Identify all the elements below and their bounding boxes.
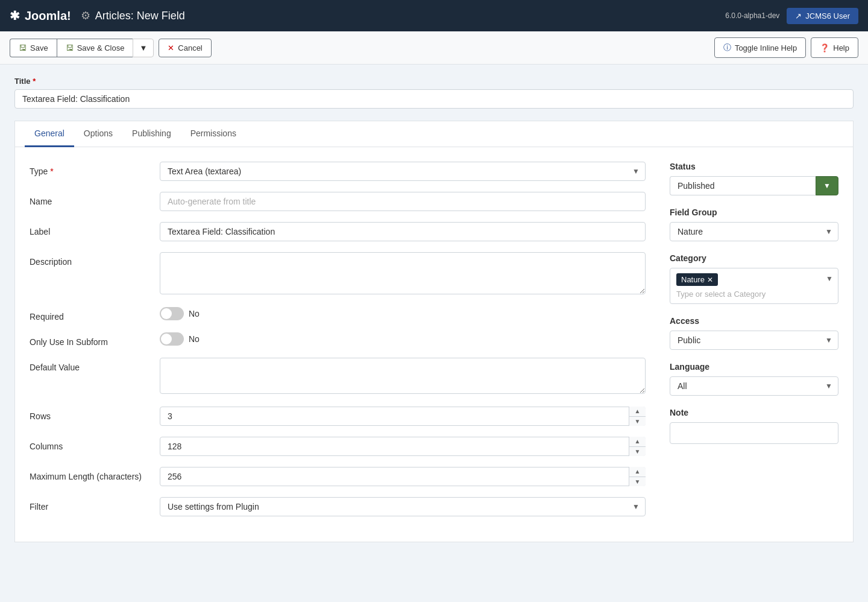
required-no-label: No: [189, 309, 200, 318]
user-menu-button[interactable]: ↗ JCMS6 User: [787, 8, 858, 24]
title-input[interactable]: [14, 89, 854, 109]
required-field: No: [160, 307, 646, 320]
name-input[interactable]: [160, 192, 646, 211]
only-subform-toggle[interactable]: [160, 332, 184, 346]
save-close-button[interactable]: 🖫 Save & Close: [57, 39, 133, 57]
rows-input[interactable]: [160, 407, 646, 426]
field-row-filter: Filter Use settings from Plugin Raw Inte…: [30, 497, 646, 516]
category-box: Nature ✕ Type or select a Category ▼: [670, 268, 838, 304]
form-left: Type * Text Area (textarea) Text Number …: [30, 162, 646, 527]
tab-general[interactable]: General: [25, 121, 74, 147]
cancel-button[interactable]: ✕ Cancel: [159, 39, 211, 57]
joomla-brand-text: Joomla!: [25, 9, 71, 23]
category-placeholder: Type or select a Category: [676, 290, 832, 299]
field-row-type: Type * Text Area (textarea) Text Number …: [30, 162, 646, 181]
title-label: Title *: [14, 77, 854, 86]
type-label: Type *: [30, 162, 150, 176]
type-required-marker: *: [50, 166, 53, 176]
save-icon: 🖫: [19, 43, 27, 52]
category-section: Category Nature ✕ Type or select a Categ…: [670, 253, 838, 304]
columns-up-arrow[interactable]: ▲: [629, 437, 646, 447]
rows-up-arrow[interactable]: ▲: [629, 407, 646, 417]
field-row-name: Name: [30, 192, 646, 211]
description-textarea[interactable]: [160, 252, 646, 294]
rows-down-arrow[interactable]: ▼: [629, 417, 646, 426]
columns-down-arrow[interactable]: ▼: [629, 447, 646, 457]
category-dropdown-icon: ▼: [826, 274, 833, 283]
filter-select-wrapper: Use settings from Plugin Raw Integer Str…: [160, 497, 646, 516]
rows-field: ▲ ▼: [160, 407, 646, 426]
tab-options[interactable]: Options: [74, 121, 122, 147]
field-row-description: Description: [30, 252, 646, 296]
puzzle-icon: ⚙: [81, 9, 90, 22]
columns-arrows: ▲ ▼: [629, 437, 646, 456]
default-value-field: [160, 358, 646, 396]
tabs-bar: General Options Publishing Permissions: [14, 121, 854, 147]
status-dropdown-button[interactable]: ▼: [816, 176, 838, 195]
access-label: Access: [670, 316, 838, 326]
status-input[interactable]: [670, 176, 816, 195]
save-dropdown-button[interactable]: ▼: [133, 39, 154, 57]
save-button[interactable]: 🖫 Save: [10, 39, 57, 57]
toolbar: 🖫 Save 🖫 Save & Close ▼ ✕ Cancel ⓘ Toggl…: [0, 31, 868, 65]
note-section: Note: [670, 408, 838, 444]
field-row-columns: Columns ▲ ▼: [30, 437, 646, 456]
language-select-wrapper: All English ▼: [670, 376, 838, 396]
status-dropdown-icon: ▼: [823, 182, 831, 190]
field-row-label: Label: [30, 222, 646, 241]
only-subform-field: No: [160, 332, 646, 346]
required-toggle-wrapper: No: [160, 307, 646, 320]
field-row-only-subform: Only Use In Subform No: [30, 332, 646, 347]
save-close-icon: 🖫: [66, 43, 74, 52]
language-select[interactable]: All English: [670, 376, 838, 396]
main-content: Title * General Options Publishing Permi…: [0, 65, 868, 554]
max-length-number-wrapper: ▲ ▼: [160, 467, 646, 486]
filter-field: Use settings from Plugin Raw Integer Str…: [160, 497, 646, 516]
only-subform-toggle-wrapper: No: [160, 332, 646, 346]
field-group-select[interactable]: Nature: [670, 222, 838, 241]
type-select-wrapper: Text Area (textarea) Text Number Email U…: [160, 162, 646, 181]
status-select-wrapper: ▼: [670, 176, 838, 195]
access-select[interactable]: Public Registered Special: [670, 331, 838, 350]
category-tag-remove[interactable]: ✕: [707, 276, 713, 284]
type-select[interactable]: Text Area (textarea) Text Number Email U…: [160, 162, 646, 181]
language-label: Language: [670, 362, 838, 372]
label-label: Label: [30, 222, 150, 236]
max-length-up-arrow[interactable]: ▲: [629, 467, 646, 477]
columns-input[interactable]: [160, 437, 646, 456]
name-label: Name: [30, 192, 150, 206]
default-value-label: Default Value: [30, 358, 150, 372]
toggle-inline-help-button[interactable]: ⓘ Toggle Inline Help: [714, 37, 806, 58]
topbar: ✱ Joomla! ⚙ Articles: New Field 6.0.0-al…: [0, 0, 868, 31]
filter-select[interactable]: Use settings from Plugin Raw Integer Str…: [160, 497, 646, 516]
required-toggle[interactable]: [160, 307, 184, 320]
required-label: Required: [30, 307, 150, 322]
max-length-input[interactable]: [160, 467, 646, 486]
rows-label: Rows: [30, 407, 150, 421]
field-group-select-wrapper: Nature ▼: [670, 222, 838, 241]
help-button[interactable]: ❓ Help: [811, 37, 858, 58]
tab-publishing[interactable]: Publishing: [122, 121, 181, 147]
tab-content-general: Type * Text Area (textarea) Text Number …: [14, 147, 854, 542]
title-section: Title *: [14, 77, 854, 109]
version-label: 6.0.0-alpha1-dev: [725, 11, 779, 20]
description-field: [160, 252, 646, 296]
rows-number-wrapper: ▲ ▼: [160, 407, 646, 426]
label-input[interactable]: [160, 222, 646, 241]
field-row-required: Required No: [30, 307, 646, 322]
field-row-max-length: Maximum Length (characters) ▲ ▼: [30, 467, 646, 486]
default-value-textarea[interactable]: [160, 358, 646, 394]
max-length-down-arrow[interactable]: ▼: [629, 477, 646, 487]
title-required-marker: *: [33, 77, 36, 86]
cancel-icon: ✕: [168, 43, 174, 52]
joomla-logo: ✱ Joomla!: [10, 8, 71, 23]
rows-arrows: ▲ ▼: [629, 407, 646, 426]
status-label: Status: [670, 162, 838, 171]
note-label: Note: [670, 408, 838, 417]
note-input[interactable]: [670, 422, 838, 444]
only-subform-no-label: No: [189, 334, 200, 344]
user-icon: ↗: [795, 11, 802, 21]
tab-permissions[interactable]: Permissions: [181, 121, 246, 147]
page-title: ⚙ Articles: New Field: [81, 9, 716, 22]
category-dropdown-button[interactable]: ▼: [826, 274, 833, 283]
